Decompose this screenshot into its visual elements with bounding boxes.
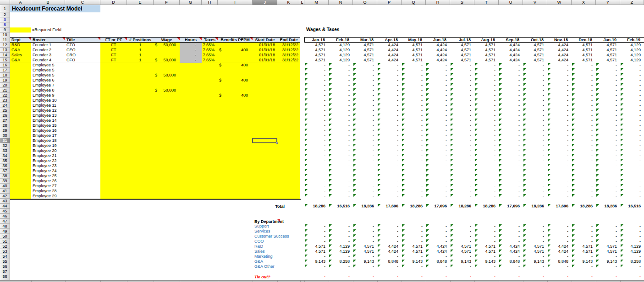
wages-cell-empty[interactable]: -	[596, 98, 620, 103]
field-header-start-date[interactable]: Start Date	[253, 37, 277, 43]
wages-cell-empty[interactable]: -	[572, 189, 596, 194]
department-cell[interactable]: -	[523, 229, 547, 234]
wages-cell-empty[interactable]: -	[377, 143, 402, 148]
wages-cell-empty[interactable]: -	[450, 143, 474, 148]
row-header-51[interactable]: 51	[0, 239, 10, 244]
wages-cell-empty[interactable]: -	[450, 88, 474, 93]
department-cell[interactable]: 4,571	[596, 249, 620, 254]
wages-cell-empty[interactable]: -	[353, 108, 377, 113]
wages-cell-empty[interactable]: -	[353, 128, 377, 133]
cell-start-date[interactable]: 01/01/18	[253, 58, 277, 63]
department-cell[interactable]: 9,143	[596, 259, 620, 264]
col-header-E[interactable]: E	[127, 0, 154, 5]
col-header-T[interactable]: T	[474, 0, 499, 5]
wages-cell-empty[interactable]: -	[572, 113, 596, 118]
cell-benefits[interactable]: 400$	[218, 63, 253, 68]
row-header-43[interactable]: 43	[0, 199, 10, 204]
wages-cell-empty[interactable]: -	[426, 78, 450, 83]
department-cell[interactable]: 4,424	[377, 249, 402, 254]
wages-cell-empty[interactable]: -	[620, 138, 644, 143]
wages-cell[interactable]: 4,571	[596, 58, 620, 63]
wages-cell-empty[interactable]: -	[620, 163, 644, 168]
wages-cell-empty[interactable]: -	[450, 123, 474, 128]
wages-cell-empty[interactable]: -	[402, 189, 426, 194]
wages-cell-empty[interactable]: -	[329, 174, 353, 179]
department-cell[interactable]: -	[402, 254, 426, 259]
wages-cell-empty[interactable]: -	[402, 153, 426, 158]
wages-cell-empty[interactable]: -	[474, 153, 499, 158]
wages-cell[interactable]: 4,571	[304, 43, 329, 48]
row-header-47[interactable]: 47	[0, 219, 10, 224]
wages-cell[interactable]: 4,424	[377, 58, 402, 63]
wages-cell-empty[interactable]: -	[572, 179, 596, 184]
wages-cell-empty[interactable]: -	[304, 88, 329, 93]
wages-cell-empty[interactable]: -	[304, 123, 329, 128]
row-header-35[interactable]: 35	[0, 158, 10, 163]
wages-cell-empty[interactable]: -	[329, 179, 353, 184]
wages-cell-empty[interactable]: -	[353, 153, 377, 158]
department-cell[interactable]: 4,571	[523, 244, 547, 249]
wages-cell[interactable]: 4,571	[572, 43, 596, 48]
cell-roster[interactable]: Founder 1	[31, 43, 65, 48]
wages-cell-empty[interactable]: -	[329, 63, 353, 68]
wages-cell-empty[interactable]: -	[620, 194, 644, 199]
wages-cell-empty[interactable]: -	[547, 133, 572, 138]
wages-cell-empty[interactable]: -	[620, 68, 644, 73]
department-cell[interactable]: 4,571	[523, 249, 547, 254]
wages-cell-empty[interactable]: -	[474, 194, 499, 199]
wages-cell-empty[interactable]: -	[353, 78, 377, 83]
wages-cell-empty[interactable]: -	[329, 143, 353, 148]
wages-cell-empty[interactable]: -	[377, 168, 402, 174]
cell-taxes[interactable]: 7.65%	[202, 58, 218, 63]
wages-cell-empty[interactable]: -	[572, 118, 596, 123]
wages-cell-empty[interactable]: -	[572, 128, 596, 133]
wages-cell[interactable]: 4,424	[426, 48, 450, 53]
row-header-19[interactable]: 19	[0, 78, 10, 83]
cell-ft-pt[interactable]: FT	[100, 53, 127, 58]
month-header-apr-18[interactable]: Apr-18	[377, 37, 402, 43]
wages-cell-empty[interactable]: -	[547, 184, 572, 189]
row-header-48[interactable]: 48	[0, 224, 10, 229]
wages-cell-empty[interactable]: -	[523, 118, 547, 123]
wages-cell-empty[interactable]: -	[353, 194, 377, 199]
row-header-39[interactable]: 39	[0, 179, 10, 184]
wages-cell[interactable]: 4,571	[572, 53, 596, 58]
wages-cell-empty[interactable]: -	[426, 158, 450, 163]
wages-cell-empty[interactable]: -	[620, 123, 644, 128]
cell-roster-employee[interactable]: Employee 14	[31, 118, 65, 123]
wages-cell-empty[interactable]: -	[499, 194, 523, 199]
wages-cell-empty[interactable]: -	[426, 128, 450, 133]
department-cell[interactable]: -	[304, 224, 329, 229]
wages-cell-empty[interactable]: -	[304, 158, 329, 163]
department-cell[interactable]: 8,848	[426, 259, 450, 264]
wages-cell-empty[interactable]: -	[474, 123, 499, 128]
wages-cell-empty[interactable]: -	[572, 168, 596, 174]
tie-out-cell[interactable]: -	[450, 274, 474, 279]
wages-cell-empty[interactable]: -	[499, 98, 523, 103]
department-cell[interactable]: -	[523, 224, 547, 229]
row-header-1[interactable]: 1	[0, 5, 10, 12]
wages-cell-empty[interactable]: -	[596, 118, 620, 123]
month-header-jan-18[interactable]: Jan-18	[304, 37, 329, 43]
wages-cell-empty[interactable]: -	[426, 189, 450, 194]
department-cell[interactable]: 8,258	[329, 259, 353, 264]
wages-cell-empty[interactable]: -	[426, 133, 450, 138]
tie-out-cell[interactable]: -	[426, 274, 450, 279]
field-header-benefits-pepm[interactable]: Benefits PEPM	[218, 37, 253, 43]
department-cell[interactable]: -	[523, 254, 547, 259]
department-cell[interactable]: -	[377, 239, 402, 244]
row-header-53[interactable]: 53	[0, 249, 10, 254]
row-header-28[interactable]: 28	[0, 123, 10, 128]
wages-cell-empty[interactable]: -	[377, 153, 402, 158]
row-header-44[interactable]: 44	[0, 204, 10, 209]
col-header-K[interactable]: K	[277, 0, 300, 5]
wages-cell-empty[interactable]: -	[499, 103, 523, 108]
department-cell[interactable]: -	[523, 234, 547, 239]
tie-out-cell[interactable]: -	[499, 274, 523, 279]
wages-cell[interactable]: 4,571	[450, 58, 474, 63]
wages-cell-empty[interactable]: -	[620, 179, 644, 184]
wages-cell[interactable]: 4,571	[353, 58, 377, 63]
row-header-31[interactable]: 31	[0, 138, 10, 143]
field-header-roster[interactable]: Roster	[31, 37, 65, 43]
cell-roster-employee[interactable]: Employee 22	[31, 158, 65, 163]
